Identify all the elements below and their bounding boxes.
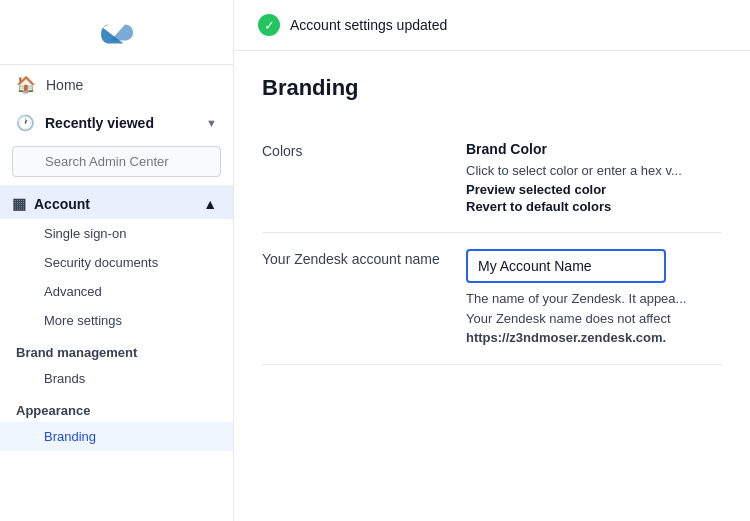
sidebar-item-home[interactable]: 🏠 Home <box>0 65 233 104</box>
zendesk-logo <box>0 0 233 65</box>
sidebar-recently-viewed[interactable]: 🕐 Recently viewed ▼ <box>0 104 233 138</box>
clock-icon: 🕐 <box>16 114 35 132</box>
account-name-row: Your Zendesk account name The name of yo… <box>262 233 722 365</box>
brand-color-label: Brand Color <box>466 141 722 157</box>
sidebar-item-more-settings[interactable]: More settings <box>0 306 233 335</box>
account-url-bold: https://z3ndmoser.zendesk.com. <box>466 330 666 345</box>
search-section: 🔍 <box>0 138 233 185</box>
account-name-content: The name of your Zendesk. It appea... Yo… <box>466 249 722 348</box>
page-title: Branding <box>262 75 722 101</box>
sidebar-item-home-label: Home <box>46 77 83 93</box>
preview-color-label[interactable]: Preview selected color <box>466 182 722 197</box>
brand-management-section-label: Brand management <box>0 335 233 364</box>
account-section-label: Account <box>34 196 90 212</box>
account-name-label: Your Zendesk account name <box>262 249 442 267</box>
appearance-section-label: Appearance <box>0 393 233 422</box>
account-name-input[interactable] <box>466 249 666 283</box>
sidebar-item-security-documents[interactable]: Security documents <box>0 248 233 277</box>
sidebar: 🏠 Home 🕐 Recently viewed ▼ 🔍 ▦ Account ▲… <box>0 0 234 521</box>
main-content-area: ✓ Account settings updated Branding Colo… <box>234 0 750 521</box>
home-icon: 🏠 <box>16 75 36 94</box>
success-banner: ✓ Account settings updated <box>234 0 750 51</box>
sidebar-account-section[interactable]: ▦ Account ▲ <box>0 185 233 219</box>
sidebar-item-single-sign-on[interactable]: Single sign-on <box>0 219 233 248</box>
colors-content: Brand Color Click to select color or ent… <box>466 141 722 216</box>
sidebar-item-brands[interactable]: Brands <box>0 364 233 393</box>
colors-label: Colors <box>262 141 442 159</box>
account-name-hint: The name of your Zendesk. It appea... Yo… <box>466 289 722 348</box>
revert-colors-label[interactable]: Revert to default colors <box>466 199 722 214</box>
account-icon: ▦ <box>12 195 26 213</box>
success-message: Account settings updated <box>290 17 447 33</box>
chevron-down-icon: ▼ <box>206 117 217 129</box>
sidebar-item-advanced[interactable]: Advanced <box>0 277 233 306</box>
sidebar-item-branding[interactable]: Branding <box>0 422 233 451</box>
colors-row: Colors Brand Color Click to select color… <box>262 125 722 233</box>
brand-color-hint: Click to select color or enter a hex v..… <box>466 163 722 178</box>
success-icon: ✓ <box>258 14 280 36</box>
chevron-up-icon: ▲ <box>203 196 217 212</box>
logo-icon <box>93 18 141 50</box>
search-input[interactable] <box>12 146 221 177</box>
recently-viewed-label: Recently viewed <box>45 115 154 131</box>
branding-content: Branding Colors Brand Color Click to sel… <box>234 51 750 389</box>
